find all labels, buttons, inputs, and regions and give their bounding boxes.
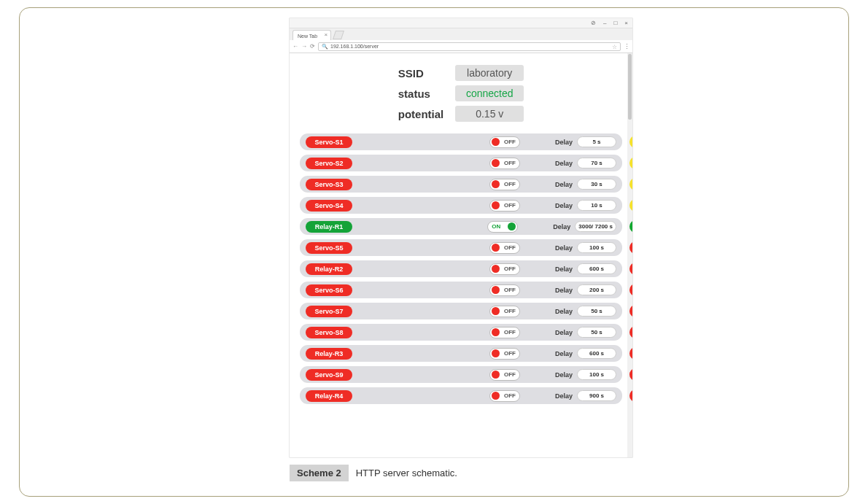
power-toggle[interactable]: OFF — [489, 242, 520, 254]
delay-label: Delay — [555, 265, 573, 273]
toggle-dot-icon — [492, 265, 500, 273]
toggle-dot-icon — [492, 392, 500, 400]
menu-icon[interactable]: ⋮ — [624, 43, 629, 50]
url-input[interactable]: 🔍 192.168.1.100/server ☆ — [318, 42, 621, 51]
potential-label: potential — [398, 108, 444, 120]
power-toggle[interactable]: OFF — [489, 390, 520, 402]
power-toggle[interactable]: OFF — [489, 179, 520, 190]
power-toggle[interactable]: OFF — [489, 158, 520, 169]
delay-label: Delay — [555, 160, 573, 167]
delay-label: Delay — [555, 329, 573, 336]
device-row: Servo-S8OFFDelay50 s — [300, 324, 622, 341]
new-tab-button[interactable] — [333, 31, 344, 39]
delay-value[interactable]: 70 s — [577, 158, 616, 168]
back-icon[interactable]: ← — [292, 43, 298, 50]
device-row-body: Servo-S1OFFDelay5 s — [300, 133, 622, 150]
bookmark-icon[interactable]: ☆ — [612, 44, 617, 50]
power-toggle[interactable]: OFF — [489, 369, 520, 381]
delay-value[interactable]: 30 s — [577, 179, 616, 190]
delay-label: Delay — [555, 181, 573, 188]
window-titlebar: ⊘ – □ × — [290, 18, 632, 28]
toggle-label: OFF — [504, 350, 516, 357]
device-row-body: Servo-S5OFFDelay100 s — [300, 239, 622, 256]
maximize-button[interactable]: □ — [613, 20, 617, 26]
delay-label: Delay — [555, 371, 573, 379]
delay-label: Delay — [555, 139, 573, 146]
device-name-pill: Relay-R3 — [306, 348, 352, 360]
power-toggle[interactable]: OFF — [489, 200, 520, 212]
delay-label: Delay — [553, 223, 570, 230]
device-name-pill: Relay-R1 — [306, 221, 352, 233]
device-row-body: Servo-S9OFFDelay100 s — [300, 366, 622, 383]
close-button[interactable]: × — [624, 20, 628, 26]
browser-tab[interactable]: New Tab — [292, 30, 331, 40]
delay-value[interactable]: 5 s — [577, 136, 616, 147]
device-row: Servo-S4OFFDelay10 s — [300, 197, 622, 214]
device-row: Relay-R4OFFDelay900 s — [300, 387, 622, 404]
delay-value[interactable]: 10 s — [577, 200, 616, 211]
power-toggle[interactable]: OFF — [489, 348, 520, 360]
device-row: Servo-S6OFFDelay200 s — [300, 282, 622, 298]
power-toggle[interactable]: OFF — [489, 284, 520, 296]
device-row: Relay-R3OFFDelay600 s — [300, 345, 622, 362]
device-row: Servo-S1OFFDelay5 s — [300, 133, 622, 150]
ssid-value: laboratory — [455, 65, 524, 81]
delay-value[interactable]: 50 s — [577, 327, 616, 338]
device-row: Servo-S5OFFDelay100 s — [300, 239, 622, 256]
delay-value[interactable]: 200 s — [577, 284, 616, 295]
device-row-body: Servo-S2OFFDelay70 s — [300, 155, 622, 171]
delay-label: Delay — [555, 202, 573, 209]
device-row-body: Servo-S8OFFDelay50 s — [300, 324, 622, 341]
delay-label: Delay — [555, 350, 573, 357]
power-toggle[interactable]: OFF — [489, 327, 520, 338]
delay-value[interactable]: 3000/ 7200 s — [575, 221, 616, 232]
delay-value[interactable]: 600 s — [577, 348, 616, 359]
toggle-label: OFF — [504, 139, 516, 145]
figure-frame: ⊘ – □ × New Tab ← → ⟳ 🔍 192.168.1.100/se… — [19, 7, 849, 497]
page-viewport: SSID laboratory status connected potenti… — [290, 53, 632, 457]
delay-value[interactable]: 100 s — [577, 369, 616, 380]
url-text: 192.168.1.100/server — [330, 44, 379, 49]
device-name-pill: Relay-R4 — [306, 390, 352, 402]
toggle-dot-icon — [492, 307, 500, 315]
ssid-label: SSID — [398, 67, 444, 80]
power-toggle[interactable]: ON — [487, 221, 518, 233]
toggle-dot-icon — [492, 328, 500, 336]
power-toggle[interactable]: OFF — [489, 136, 520, 148]
toggle-label: OFF — [504, 244, 516, 251]
delay-label: Delay — [555, 392, 573, 400]
shield-icon: ⊘ — [591, 20, 596, 26]
toggle-dot-icon — [492, 138, 500, 146]
device-row: Servo-S3OFFDelay30 s — [300, 176, 622, 193]
info-panel: SSID laboratory status connected potenti… — [300, 65, 622, 122]
device-row: Servo-S9OFFDelay100 s — [300, 366, 622, 383]
device-name-pill: Servo-S9 — [306, 369, 352, 381]
device-row: Servo-S7OFFDelay50 s — [300, 303, 622, 319]
device-rows: Servo-S1OFFDelay5 sServo-S2OFFDelay70 sS… — [300, 133, 622, 404]
minimize-button[interactable]: – — [603, 20, 606, 26]
delay-label: Delay — [555, 308, 573, 315]
toggle-label: OFF — [504, 181, 516, 187]
forward-icon[interactable]: → — [301, 43, 307, 50]
delay-value[interactable]: 600 s — [577, 263, 616, 274]
device-name-pill: Servo-S5 — [306, 242, 352, 254]
search-icon: 🔍 — [322, 44, 328, 50]
reload-icon[interactable]: ⟳ — [310, 43, 315, 50]
tab-bar: New Tab — [290, 28, 632, 40]
delay-value[interactable]: 900 s — [577, 390, 616, 401]
delay-value[interactable]: 100 s — [577, 242, 616, 253]
scrollbar-thumb[interactable] — [628, 54, 632, 120]
status-value: connected — [455, 85, 524, 101]
toggle-label: OFF — [504, 287, 516, 293]
power-toggle[interactable]: OFF — [489, 306, 520, 317]
toggle-label: OFF — [504, 308, 516, 314]
device-row-body: Relay-R3OFFDelay600 s — [300, 345, 622, 362]
toggle-dot-icon — [492, 244, 500, 252]
potential-value: 0.15 v — [455, 106, 524, 122]
device-name-pill: Servo-S6 — [306, 284, 352, 296]
delay-value[interactable]: 50 s — [577, 306, 616, 317]
device-row-body: Relay-R4OFFDelay900 s — [300, 387, 622, 404]
power-toggle[interactable]: OFF — [489, 263, 520, 275]
device-row-body: Servo-S6OFFDelay200 s — [300, 282, 622, 298]
status-label: status — [398, 88, 444, 100]
